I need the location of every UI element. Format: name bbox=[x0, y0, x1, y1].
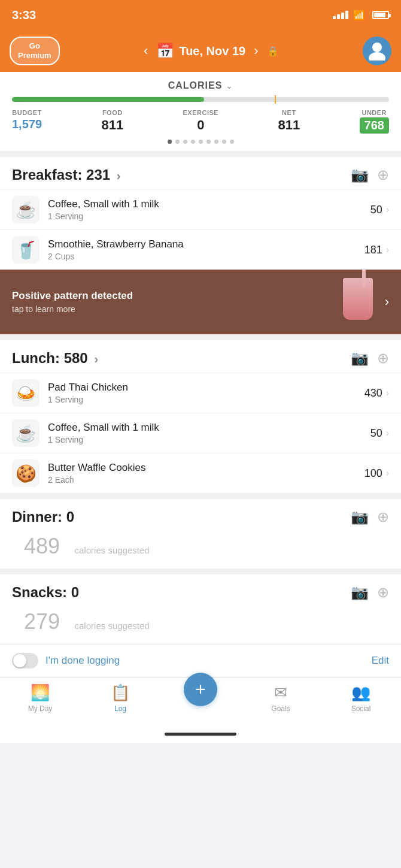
dot-4 bbox=[191, 140, 195, 144]
nav-my-day[interactable]: 🌅 My Day bbox=[0, 683, 80, 713]
snacks-suggested-label: calories suggested bbox=[75, 621, 150, 631]
breakfast-section: Breakfast: 231 › 📷 ⊕ ☕ Coffee, Small wit… bbox=[0, 157, 401, 334]
calories-title-row[interactable]: CALORIES ⌄ bbox=[12, 80, 389, 91]
home-indicator bbox=[0, 725, 401, 743]
pattern-text: Positive pattern detected tap to learn m… bbox=[12, 290, 337, 314]
breakfast-item-1-info: Coffee, Small with 1 milk 1 Serving bbox=[48, 198, 370, 221]
lunch-item-2-info: Coffee, Small with 1 milk 1 Serving bbox=[48, 422, 370, 444]
pattern-banner[interactable]: Positive pattern detected tap to learn m… bbox=[0, 270, 401, 334]
goals-label: Goals bbox=[271, 704, 290, 713]
dinner-suggested-label: calories suggested bbox=[75, 545, 150, 555]
date-nav: ‹ 📅 Tue, Nov 19 › 🔒 bbox=[60, 43, 363, 59]
breakfast-item-2-thumb: 🥤 bbox=[12, 236, 40, 264]
edit-button[interactable]: Edit bbox=[372, 655, 389, 667]
snacks-suggested-row: 279 calories suggested bbox=[0, 607, 401, 644]
profile-avatar[interactable] bbox=[363, 37, 391, 65]
budget-stat: BUDGET 1,579 bbox=[12, 109, 42, 131]
lunch-camera-icon[interactable]: 📷 bbox=[351, 350, 369, 367]
snacks-camera-icon[interactable]: 📷 bbox=[351, 584, 369, 601]
food-value: 811 bbox=[101, 117, 123, 133]
lunch-title: Lunch: 580 › bbox=[12, 350, 98, 367]
svg-point-0 bbox=[372, 43, 382, 52]
net-label: NET bbox=[278, 109, 300, 116]
date-container: 📅 Tue, Nov 19 bbox=[156, 43, 245, 59]
nav-add-center[interactable]: + bbox=[160, 685, 241, 712]
pattern-subtitle: tap to learn more bbox=[12, 304, 337, 314]
nav-social[interactable]: 👥 Social bbox=[321, 683, 401, 713]
breakfast-add-icon[interactable]: ⊕ bbox=[377, 167, 389, 183]
lunch-item-2-name: Coffee, Small with 1 milk bbox=[48, 422, 370, 434]
lunch-item-1-info: Pad Thai Chicken 1 Serving bbox=[48, 382, 364, 404]
breakfast-item-2-chevron-icon: › bbox=[386, 244, 389, 255]
lunch-item-3[interactable]: 🍪 Butter Waffle Cookies 2 Each 100 › bbox=[0, 453, 401, 493]
go-premium-button[interactable]: GoPremium bbox=[10, 37, 60, 65]
dinner-actions: 📷 ⊕ bbox=[351, 509, 389, 525]
signal-icon bbox=[333, 11, 348, 19]
status-time: 3:33 bbox=[12, 8, 36, 22]
lunch-item-1-thumb: 🍛 bbox=[12, 379, 40, 407]
dot-2 bbox=[175, 140, 180, 144]
dinner-section: Dinner: 0 📷 ⊕ 489 calories suggested bbox=[0, 499, 401, 568]
bottom-nav: 🌅 My Day 📋 Log + ✉ Goals 👥 Social bbox=[0, 677, 401, 725]
app-header: GoPremium ‹ 📅 Tue, Nov 19 › 🔒 bbox=[0, 30, 401, 72]
breakfast-camera-icon[interactable]: 📷 bbox=[351, 167, 369, 183]
current-date: Tue, Nov 19 bbox=[179, 44, 245, 58]
log-label: Log bbox=[114, 704, 126, 713]
lunch-add-icon[interactable]: ⊕ bbox=[377, 350, 389, 367]
lunch-item-3-name: Butter Waffle Cookies bbox=[48, 462, 364, 474]
lunch-item-3-calories: 100 › bbox=[364, 467, 389, 480]
lunch-actions: 📷 ⊕ bbox=[351, 350, 389, 367]
dot-8 bbox=[222, 140, 226, 144]
snacks-title: Snacks: 0 bbox=[12, 584, 79, 601]
breakfast-item-1[interactable]: ☕ Coffee, Small with 1 milk 1 Serving 50… bbox=[0, 189, 401, 229]
dot-7 bbox=[214, 140, 218, 144]
battery-icon bbox=[372, 11, 389, 19]
home-bar bbox=[165, 733, 236, 736]
food-stat: FOOD 811 bbox=[101, 109, 123, 133]
calendar-icon: 📅 bbox=[156, 43, 174, 59]
lunch-section: Lunch: 580 › 📷 ⊕ 🍛 Pad Thai Chicken 1 Se… bbox=[0, 340, 401, 493]
smoothie-image bbox=[343, 278, 373, 320]
dinner-add-icon[interactable]: ⊕ bbox=[377, 509, 389, 525]
svg-point-1 bbox=[369, 52, 385, 61]
breakfast-actions: 📷 ⊕ bbox=[351, 167, 389, 183]
pattern-chevron-icon: › bbox=[385, 294, 389, 310]
prev-date-button[interactable]: ‹ bbox=[144, 43, 148, 59]
lunch-item-2[interactable]: ☕ Coffee, Small with 1 milk 1 Serving 50… bbox=[0, 413, 401, 453]
snacks-section: Snacks: 0 📷 ⊕ 279 calories suggested bbox=[0, 574, 401, 644]
nav-goals[interactable]: ✉ Goals bbox=[241, 683, 321, 713]
snacks-actions: 📷 ⊕ bbox=[351, 584, 389, 601]
nav-log[interactable]: 📋 Log bbox=[80, 683, 160, 713]
snacks-suggested-calories: 279 bbox=[12, 608, 72, 634]
dinner-title: Dinner: 0 bbox=[12, 509, 74, 525]
pattern-image bbox=[337, 278, 379, 326]
lunch-item-1-calories: 430 › bbox=[364, 387, 389, 400]
lunch-item-3-thumb: 🍪 bbox=[12, 459, 40, 487]
exercise-value: 0 bbox=[183, 117, 219, 133]
breakfast-chevron-icon: › bbox=[117, 169, 121, 182]
section-divider-4 bbox=[0, 568, 401, 574]
dinner-header[interactable]: Dinner: 0 📷 ⊕ bbox=[0, 499, 401, 531]
calories-title: CALORIES bbox=[168, 80, 223, 91]
lunch-item-2-calories: 50 › bbox=[370, 427, 389, 440]
lunch-chevron-icon: › bbox=[94, 352, 98, 365]
snacks-add-icon[interactable]: ⊕ bbox=[377, 584, 389, 601]
social-label: Social bbox=[351, 704, 371, 713]
dinner-camera-icon[interactable]: 📷 bbox=[351, 509, 369, 525]
breakfast-item-1-calories: 50 › bbox=[370, 204, 389, 216]
done-logging-toggle[interactable] bbox=[12, 653, 38, 669]
lunch-item-1[interactable]: 🍛 Pad Thai Chicken 1 Serving 430 › bbox=[0, 373, 401, 413]
dot-5 bbox=[199, 140, 203, 144]
under-stat: UNDER 768 bbox=[360, 109, 389, 134]
lunch-header[interactable]: Lunch: 580 › 📷 ⊕ bbox=[0, 340, 401, 373]
breakfast-item-2[interactable]: 🥤 Smoothie, Strawberry Banana 2 Cups 181… bbox=[0, 229, 401, 270]
budget-label: BUDGET bbox=[12, 109, 42, 116]
breakfast-header[interactable]: Breakfast: 231 › 📷 ⊕ bbox=[0, 157, 401, 189]
add-button[interactable]: + bbox=[184, 673, 217, 706]
breakfast-item-2-serving: 2 Cups bbox=[48, 252, 364, 261]
next-date-button[interactable]: › bbox=[254, 43, 258, 59]
toggle-knob bbox=[13, 654, 26, 667]
dinner-suggested-calories: 489 bbox=[12, 533, 72, 558]
calories-stats: BUDGET 1,579 FOOD 811 EXERCISE 0 NET 811… bbox=[12, 109, 389, 134]
snacks-header[interactable]: Snacks: 0 📷 ⊕ bbox=[0, 574, 401, 607]
